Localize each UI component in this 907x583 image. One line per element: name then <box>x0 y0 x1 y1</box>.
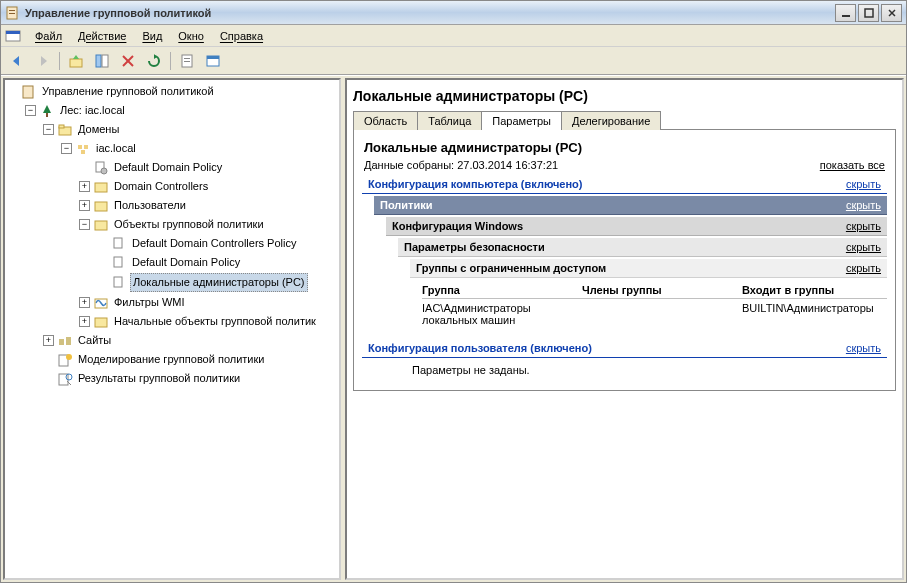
svg-rect-19 <box>23 86 33 98</box>
svg-rect-3 <box>842 15 850 17</box>
svg-rect-35 <box>95 318 107 327</box>
expand-icon[interactable]: + <box>43 335 54 346</box>
domains-icon <box>57 122 73 138</box>
tree-wmi[interactable]: + Фильтры WMI <box>7 293 337 312</box>
section-user-config[interactable]: Конфигурация пользователя (включено) скр… <box>362 339 887 358</box>
ou-icon <box>93 198 109 214</box>
table-row[interactable]: IAC\Администраторы локальных машин BUILT… <box>422 299 887 329</box>
tree-starter-gpos[interactable]: + Начальные объекты групповой политик <box>7 312 337 331</box>
section-security-params[interactable]: Параметры безопасности скрыть <box>398 238 887 257</box>
expand-icon[interactable]: + <box>79 297 90 308</box>
collapse-icon[interactable]: − <box>25 105 36 116</box>
collected-row: Данные собраны: 27.03.2014 16:37:21 <box>364 159 558 171</box>
domain-icon <box>75 141 91 157</box>
tree-domain[interactable]: − iac.local <box>7 139 337 158</box>
svg-rect-9 <box>70 59 82 67</box>
tree-root[interactable]: Управление групповой политикой <box>7 82 337 101</box>
close-button[interactable] <box>881 4 902 22</box>
tree-results[interactable]: Результаты групповой политики <box>7 369 337 388</box>
tree-users[interactable]: + Пользователи <box>7 196 337 215</box>
section-policies[interactable]: Политики скрыть <box>374 196 887 215</box>
collected-value: 27.03.2014 16:37:21 <box>457 159 558 171</box>
gpo-icon <box>111 255 127 271</box>
svg-rect-36 <box>59 339 64 345</box>
tab-strip: Область Таблица Параметры Делегирование <box>353 110 896 130</box>
svg-rect-30 <box>95 221 107 230</box>
tree-gpo-local-admins[interactable]: Локальные администраторы (PC) <box>7 272 337 293</box>
expand-icon[interactable]: + <box>79 181 90 192</box>
tree-gpo-container[interactable]: − Объекты групповой политики <box>7 215 337 234</box>
refresh-button[interactable] <box>142 50 166 72</box>
hide-link[interactable]: скрыть <box>846 178 881 190</box>
restricted-groups-table: Группа Члены группы Входит в группы IAC\… <box>422 282 887 329</box>
tab-delegation[interactable]: Делегирование <box>561 111 661 130</box>
show-all-link[interactable]: показать все <box>820 159 885 171</box>
svg-rect-10 <box>96 55 101 67</box>
tree-domain-controllers[interactable]: + Domain Controllers <box>7 177 337 196</box>
detail-heading: Локальные администраторы (PC) <box>353 84 896 110</box>
tab-scope[interactable]: Область <box>353 111 418 130</box>
title-bar[interactable]: Управление групповой политикой <box>1 1 906 25</box>
up-button[interactable] <box>64 50 88 72</box>
section-restricted-groups[interactable]: Группы с ограниченным доступом скрыть <box>410 259 887 278</box>
menu-window[interactable]: Окно <box>170 28 212 44</box>
hide-link[interactable]: скрыть <box>846 241 881 253</box>
tab-parameters[interactable]: Параметры <box>481 111 562 130</box>
no-params-text: Параметры не заданы. <box>410 358 887 382</box>
svg-rect-25 <box>81 150 85 154</box>
forward-button[interactable] <box>31 50 55 72</box>
hide-link[interactable]: скрыть <box>846 342 881 354</box>
svg-rect-11 <box>102 55 108 67</box>
tree-default-policy[interactable]: Default Domain Policy <box>7 158 337 177</box>
app-icon <box>5 5 21 21</box>
menu-view[interactable]: Вид <box>134 28 170 44</box>
hide-link[interactable]: скрыть <box>846 262 881 274</box>
collapse-icon[interactable]: − <box>43 124 54 135</box>
tree-panel[interactable]: Управление групповой политикой − Лес: ia… <box>3 78 341 580</box>
tree-gpo-ddc[interactable]: Default Domain Controllers Policy <box>7 234 337 253</box>
tree-gpo-ddp[interactable]: Default Domain Policy <box>7 253 337 272</box>
tree-sites[interactable]: + Сайты <box>7 331 337 350</box>
svg-rect-15 <box>184 58 190 59</box>
expand-icon[interactable]: + <box>79 316 90 327</box>
forest-icon <box>39 103 55 119</box>
col-group: Группа <box>422 284 582 296</box>
show-hide-button[interactable] <box>90 50 114 72</box>
expand-icon[interactable]: + <box>79 200 90 211</box>
svg-rect-32 <box>114 257 122 267</box>
section-computer-config[interactable]: Конфигурация компьютера (включено) скрыт… <box>362 175 887 194</box>
menu-help[interactable]: Справка <box>212 28 271 44</box>
menu-bar: Файл Действие Вид Окно Справка <box>1 25 906 47</box>
tree-domains[interactable]: − Домены <box>7 120 337 139</box>
collapse-icon[interactable]: − <box>61 143 72 154</box>
svg-rect-4 <box>865 9 873 17</box>
svg-rect-18 <box>207 56 219 59</box>
policy-title: Локальные администраторы (PC) <box>362 138 887 157</box>
section-windows-config[interactable]: Конфигурация Windows скрыть <box>386 217 887 236</box>
properties-button[interactable] <box>175 50 199 72</box>
tree-forest[interactable]: − Лес: iac.local <box>7 101 337 120</box>
collapse-icon[interactable]: − <box>79 219 90 230</box>
svg-rect-22 <box>59 125 64 128</box>
delete-button[interactable] <box>116 50 140 72</box>
wmi-icon <box>93 295 109 311</box>
menu-file[interactable]: Файл <box>27 28 70 44</box>
maximize-button[interactable] <box>858 4 879 22</box>
hide-link[interactable]: скрыть <box>846 199 881 211</box>
window-controls <box>835 4 902 22</box>
minimize-button[interactable] <box>835 4 856 22</box>
tab-table[interactable]: Таблица <box>417 111 482 130</box>
help-button[interactable] <box>201 50 225 72</box>
svg-rect-31 <box>114 238 122 248</box>
menu-action[interactable]: Действие <box>70 28 134 44</box>
content-area: Управление групповой политикой − Лес: ia… <box>1 75 906 582</box>
svg-rect-16 <box>184 61 190 62</box>
back-button[interactable] <box>5 50 29 72</box>
results-icon <box>57 371 73 387</box>
cell-memberof: BUILTIN\Администраторы <box>742 302 887 326</box>
hide-link[interactable]: скрыть <box>846 220 881 232</box>
svg-rect-20 <box>46 113 48 117</box>
col-members: Члены группы <box>582 284 742 296</box>
tree-modeling[interactable]: Моделирование групповой политики <box>7 350 337 369</box>
gpmc-icon <box>21 84 37 100</box>
